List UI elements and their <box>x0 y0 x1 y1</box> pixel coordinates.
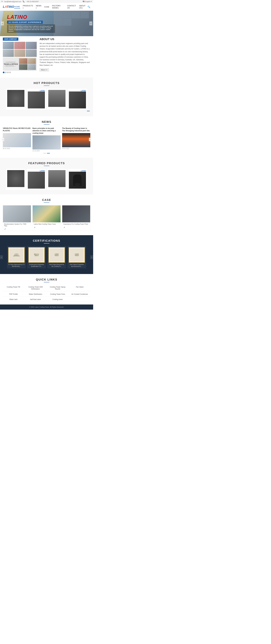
case-arrow-2[interactable]: ↗ <box>32 226 60 229</box>
about-title: ABOUT US <box>40 38 90 41</box>
about-section: OUR COMPANY — COOPERATIVE — TEAM & OFFIC… <box>0 36 93 78</box>
about-content-block: ABOUT US We are independent cooling towe… <box>40 38 90 73</box>
hero-section: LATINO 15 YEARS EXPORT EXPERIENCE We are… <box>0 11 93 36</box>
quick-link-11[interactable]: Cooling tower <box>47 297 68 302</box>
about-team-img-1 <box>19 58 27 64</box>
news-next-button[interactable]: › <box>89 138 92 141</box>
nav-news[interactable]: NEWS <box>36 4 42 10</box>
news-date-3: 20-01-2021 <box>62 148 90 149</box>
news-prev-button[interactable]: ‹ <box>2 138 4 141</box>
nav-case[interactable]: CASE <box>44 5 50 8</box>
hot-products-section: HOT PRODUCTS LATINO LATINO <box>0 78 93 116</box>
quick-link-10[interactable]: ball float valve <box>25 297 46 302</box>
hot-product-3-img <box>48 90 66 107</box>
about-grid-img-6 <box>26 50 37 57</box>
featured-product-1[interactable] <box>6 168 26 190</box>
news-card-3: The Beauty of Cooling tower in The Shoug… <box>62 127 90 152</box>
case-section: CASE Deodonization System For 7000 Pigs.… <box>0 194 93 235</box>
phone-icon: 📞 <box>23 0 25 2</box>
about-team-block: — COOPERATIVE — TEAM & OFFICE — INNOVATI… <box>3 58 37 71</box>
hero-prev-button[interactable]: ‹ <box>1 22 4 26</box>
hot-product-3[interactable] <box>47 88 67 110</box>
quick-link-8[interactable]: Air Cooled Condenser <box>69 292 90 296</box>
about-dot-2[interactable] <box>5 72 7 73</box>
cert-img-1: ✦ CTI ✦MEMBERCERTIFICATE <box>8 247 25 263</box>
about-dot-1[interactable] <box>3 72 4 73</box>
nav-contact[interactable]: CONTACT US <box>67 4 77 10</box>
case-info-3: Importance For Cooling Tower Parts <box>62 222 90 226</box>
news-dot-2[interactable] <box>47 153 50 154</box>
news-dot-1[interactable] <box>43 153 46 154</box>
email-icon: ✉ <box>2 0 3 2</box>
nav-products[interactable]: PRODUCTS <box>22 4 33 10</box>
case-arrow-3[interactable]: ↗ <box>62 226 90 229</box>
quick-link-9[interactable]: Water tank <box>3 297 24 302</box>
hero-description: We are independent cooling tower enginee… <box>7 24 55 33</box>
quick-link-7[interactable]: Cooling Tower Fans <box>47 292 68 296</box>
cert-img-3: 实用新型专利证书 <box>48 247 65 263</box>
news-img-1 <box>3 133 31 147</box>
news-card-1: VIRGIN PVC Resin OR RECYCLED PLASTIC 08-… <box>3 127 31 152</box>
hot-product-4-img <box>69 92 86 108</box>
logo-text: L <box>3 5 5 8</box>
news-title-3: The Beauty of Cooling tower in The Shoug… <box>62 127 90 132</box>
quick-link-5[interactable]: FRP Profile <box>3 292 24 296</box>
featured-product-4[interactable]: LATINO <box>67 168 88 190</box>
news-img-2 <box>32 136 61 150</box>
featured-products-grid-wrapper: LATINO LATINO <box>0 168 93 190</box>
nav-links: HOME PRODUCTS NEWS CASE FACTORY SHOW CON… <box>14 4 88 10</box>
about-photo-grid <box>3 42 37 57</box>
top-bar-language[interactable]: 🇺🇸 English ▾ <box>83 0 92 2</box>
featured-product-1-img <box>7 170 24 187</box>
quick-link-1[interactable]: Cooling Tower Fill <box>3 285 24 291</box>
site-logo[interactable]: LATINO <box>3 5 14 8</box>
hot-products-dots <box>3 110 90 112</box>
hot-dot-1[interactable] <box>87 111 90 111</box>
about-dot-3[interactable] <box>7 72 9 73</box>
flag-icon: 🇺🇸 <box>83 0 85 2</box>
about-dots <box>3 72 37 73</box>
nav-home[interactable]: HOME <box>14 5 20 8</box>
case-card-1: Deodonization System For 7000 Pigs. ↗ <box>3 205 31 231</box>
about-grid-img-4 <box>3 50 14 57</box>
featured-products-grid: LATINO LATINO <box>3 168 90 190</box>
news-grid: VIRGIN PVC Resin OR RECYCLED PLASTIC 08-… <box>3 127 90 152</box>
hot-products-grid-wrapper: LATINO LATINO <box>0 88 93 112</box>
about-dot-4[interactable] <box>9 72 11 73</box>
featured-product-2[interactable]: LATINO <box>26 168 46 190</box>
case-info-2: Latino New Cooling Tower Case <box>32 222 60 226</box>
search-icon[interactable]: 🔍 <box>88 6 90 8</box>
top-bar-phone: +86-22-65810307 <box>26 1 39 2</box>
featured-product-4-img <box>69 172 86 188</box>
hot-product-1-img <box>7 90 24 107</box>
quick-link-3[interactable]: Cooling Tower Spray Nozzle <box>47 285 68 291</box>
hot-product-2-img <box>28 92 45 108</box>
hot-product-1[interactable] <box>6 88 26 110</box>
case-arrow-1[interactable]: ↗ <box>3 228 31 231</box>
news-section-wrapper: NEWS ‹ VIRGIN PVC Resin OR RECYCLED PLAS… <box>0 116 93 158</box>
about-grid-img-5 <box>14 50 25 57</box>
quick-link-12 <box>69 297 90 302</box>
hot-product-4[interactable]: LATINO <box>67 88 88 110</box>
featured-products-section: FEATURED PRODUCTS LATINO LATINO <box>0 158 93 194</box>
top-bar-contact: ✉ liao@ilatino@gmail.com 📞 +86-22-658103… <box>2 0 39 2</box>
hot-product-4-logo: LATINO <box>81 90 86 92</box>
about-images-block: OUR COMPANY — COOPERATIVE — TEAM & OFFIC… <box>3 38 37 73</box>
quick-link-2[interactable]: Cooling Tower Drift Eliminators <box>25 285 46 291</box>
cert-label-1: 15 Years Approved by CTI Membership... <box>8 264 25 267</box>
about-more-button[interactable]: More >> <box>40 68 49 72</box>
cert-next-button[interactable]: › <box>90 255 93 259</box>
nav-about[interactable]: ABOUT US <box>79 4 88 10</box>
case-img-1 <box>3 206 31 222</box>
cert-prev-button[interactable]: ‹ <box>0 255 3 259</box>
quick-link-4[interactable]: Fan Stack <box>69 285 90 291</box>
language-label: English <box>85 1 90 2</box>
nav-factory-show[interactable]: FACTORY SHOW <box>52 4 65 10</box>
hot-product-2[interactable]: LATINO <box>26 88 46 110</box>
quick-link-6[interactable]: Water Distribution <box>25 292 46 296</box>
chevron-down-icon: ▾ <box>91 0 92 2</box>
about-team-img-3 <box>19 64 27 70</box>
featured-product-3[interactable] <box>47 168 67 190</box>
hero-next-button[interactable]: › <box>89 22 92 26</box>
certifications-grid-wrapper: ‹ ✦ CTI ✦MEMBERCERTIFICATE 15 Years Appr… <box>0 246 93 268</box>
